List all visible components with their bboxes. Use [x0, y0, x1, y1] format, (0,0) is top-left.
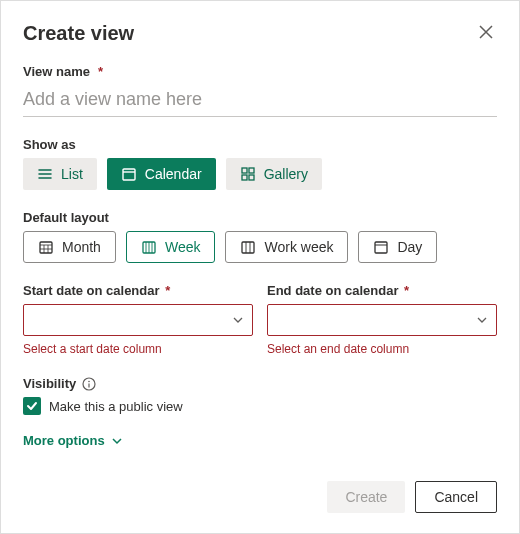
show-as-list-button[interactable]: List: [23, 158, 97, 190]
svg-rect-0: [123, 169, 135, 180]
svg-rect-5: [40, 242, 52, 253]
calendar-day-icon: [373, 239, 389, 255]
date-fields-row: Start date on calendar * Select a start …: [23, 283, 497, 356]
layout-workweek-button[interactable]: Work week: [225, 231, 348, 263]
show-as-gallery-button[interactable]: Gallery: [226, 158, 322, 190]
visibility-section: Visibility Make this a public view: [23, 376, 497, 415]
required-asterisk: *: [400, 283, 409, 298]
create-button[interactable]: Create: [327, 481, 405, 513]
close-button[interactable]: [475, 21, 497, 46]
view-name-label: View name*: [23, 64, 497, 79]
layout-week-button[interactable]: Week: [126, 231, 216, 263]
start-date-label: Start date on calendar *: [23, 283, 253, 298]
chevron-down-icon: [111, 435, 123, 447]
start-date-error: Select a start date column: [23, 342, 253, 356]
calendar-icon: [121, 166, 137, 182]
svg-point-10: [88, 380, 90, 382]
default-layout-section: Default layout Month Week Work week Day: [23, 210, 497, 263]
info-icon: [82, 377, 96, 391]
show-as-section: Show as List Calendar Gallery: [23, 137, 497, 190]
layout-month-button[interactable]: Month: [23, 231, 116, 263]
start-date-column: Start date on calendar * Select a start …: [23, 283, 253, 356]
svg-rect-1: [242, 168, 247, 173]
public-view-label: Make this a public view: [49, 399, 183, 414]
default-layout-label: Default layout: [23, 210, 497, 225]
start-date-select[interactable]: [23, 304, 253, 336]
show-as-calendar-button[interactable]: Calendar: [107, 158, 216, 190]
create-view-dialog: Create view View name* Show as List Cale…: [0, 0, 520, 534]
end-date-column: End date on calendar * Select an end dat…: [267, 283, 497, 356]
required-asterisk: *: [162, 283, 171, 298]
gallery-icon: [240, 166, 256, 182]
default-layout-options: Month Week Work week Day: [23, 231, 497, 263]
svg-rect-8: [375, 242, 387, 253]
cancel-button[interactable]: Cancel: [415, 481, 497, 513]
dialog-header: Create view: [23, 21, 497, 46]
dialog-footer: Create Cancel: [23, 481, 497, 513]
svg-rect-3: [242, 175, 247, 180]
list-icon: [37, 166, 53, 182]
end-date-error: Select an end date column: [267, 342, 497, 356]
required-asterisk: *: [98, 64, 103, 79]
dialog-title: Create view: [23, 22, 134, 45]
checkmark-icon: [26, 400, 38, 412]
visibility-label: Visibility: [23, 376, 497, 391]
more-options-link[interactable]: More options: [23, 433, 497, 448]
public-view-checkbox[interactable]: [23, 397, 41, 415]
show-as-label: Show as: [23, 137, 497, 152]
calendar-week-icon: [141, 239, 157, 255]
chevron-down-icon: [476, 314, 488, 326]
calendar-month-icon: [38, 239, 54, 255]
close-icon: [479, 25, 493, 39]
layout-day-button[interactable]: Day: [358, 231, 437, 263]
calendar-workweek-icon: [240, 239, 256, 255]
svg-rect-2: [249, 168, 254, 173]
visibility-checkbox-row: Make this a public view: [23, 397, 497, 415]
show-as-options: List Calendar Gallery: [23, 158, 497, 190]
chevron-down-icon: [232, 314, 244, 326]
view-name-input[interactable]: [23, 85, 497, 117]
view-name-section: View name*: [23, 64, 497, 117]
svg-rect-7: [242, 242, 254, 253]
end-date-label: End date on calendar *: [267, 283, 497, 298]
svg-rect-4: [249, 175, 254, 180]
end-date-select[interactable]: [267, 304, 497, 336]
